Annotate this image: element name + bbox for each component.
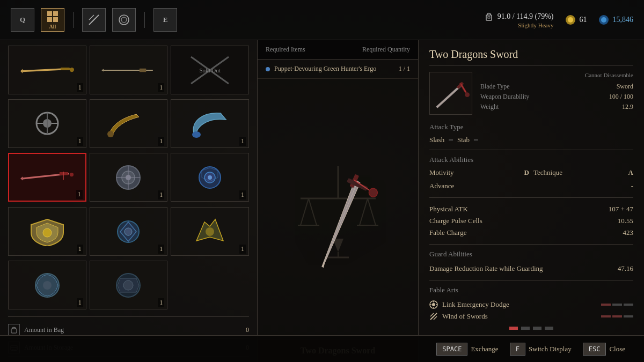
switch-display-label: Switch Display <box>529 345 572 353</box>
nav-shield-button[interactable] <box>112 8 136 32</box>
attack-slash: Slash <box>429 136 444 144</box>
inventory-panel: 1 1 <box>0 40 258 362</box>
fable-art-2-name: Wind of Swords <box>442 312 597 321</box>
list-item[interactable]: 1 <box>171 153 249 202</box>
list-item[interactable]: 1 <box>90 46 168 94</box>
svg-line-5 <box>89 15 94 20</box>
required-items-label: Required Items <box>266 46 338 54</box>
list-item[interactable]: Sold Out <box>171 46 249 94</box>
bag-label: Amount in Bag <box>24 326 64 334</box>
svg-rect-0 <box>47 11 52 16</box>
svg-rect-31 <box>60 172 68 175</box>
space-key[interactable]: SPACE <box>436 343 467 356</box>
advance-row: Advance - <box>429 180 633 192</box>
physical-atk-value: 107 + 47 <box>609 205 633 213</box>
damage-reduction-row: Damage Reduction Rate while Guarding 47.… <box>429 263 633 275</box>
required-item-name: Puppet-Devouring Green Hunter's Ergo <box>274 65 394 73</box>
weapon-thumb-icon <box>432 75 470 112</box>
list-item[interactable]: 1 <box>90 207 168 256</box>
item-visual <box>92 156 165 199</box>
stats-panel: Two Dragons Sword Cannot Disassemble <box>419 40 644 362</box>
bag-icon <box>8 324 20 336</box>
divider2 <box>429 197 633 198</box>
weapon-icon <box>109 217 147 246</box>
sword-icon <box>87 13 100 26</box>
svg-point-42 <box>43 228 52 237</box>
list-item[interactable]: 1 <box>171 99 249 148</box>
item-visual <box>11 156 83 198</box>
nav-q-button[interactable]: Q <box>11 8 34 32</box>
exchange-label: Exchange <box>471 345 498 353</box>
svg-rect-3 <box>53 17 58 22</box>
attack-type-label: Attack Type <box>429 123 633 131</box>
item-visual <box>11 102 84 145</box>
nav-sword-button[interactable] <box>82 8 106 32</box>
f-key[interactable]: F <box>510 343 525 356</box>
weight-row: Weight 12.9 <box>480 102 633 112</box>
technique-label: Technique <box>533 168 624 177</box>
svg-rect-16 <box>61 68 70 70</box>
svg-point-17 <box>69 68 74 72</box>
weapon-stats-title: Two Dragons Sword <box>429 48 633 65</box>
nav-e-button[interactable]: E <box>153 8 177 32</box>
svg-rect-50 <box>11 329 17 333</box>
divider1 <box>429 150 633 150</box>
svg-point-41 <box>208 175 212 180</box>
fable-pip <box>612 315 622 317</box>
item-visual <box>92 102 165 145</box>
item-visual <box>11 210 84 253</box>
required-header: Required Items Required Quantity <box>258 40 418 60</box>
top-bar: Q All E <box>0 0 644 40</box>
fable-pip <box>624 315 633 317</box>
svg-line-87 <box>434 316 437 320</box>
weapon-icon <box>101 62 155 78</box>
fable-art-gear-icon <box>429 300 438 309</box>
inventory-grid: 1 1 <box>8 46 249 311</box>
item-visual <box>173 102 246 145</box>
list-item[interactable]: 1 <box>90 153 168 202</box>
esc-key[interactable]: ESC <box>583 343 606 356</box>
nav-divider <box>73 12 74 28</box>
svg-point-28 <box>192 131 201 138</box>
list-item[interactable]: 1 <box>8 99 86 148</box>
weapon-icon <box>109 162 147 192</box>
weapon-thumbnail <box>429 72 472 115</box>
weapon-icon <box>28 217 66 246</box>
charge-cells-label: Charge Pulse Cells <box>429 217 482 225</box>
svg-marker-15 <box>20 69 23 73</box>
list-item[interactable]: 1 <box>90 99 168 148</box>
weapon-icon <box>191 162 229 192</box>
physical-atk-label: Physical ATK <box>429 205 468 213</box>
weight-stat: 91.0 / 114.9 (79%) Slightly Heavy <box>484 11 554 28</box>
action-bar: SPACE Exchange F Switch Display ESC Clos… <box>0 335 644 362</box>
charge-dot <box>533 327 541 330</box>
list-item[interactable]: 1 <box>8 261 86 309</box>
nav-icons: Q All E <box>11 8 177 32</box>
nav-divider2 <box>144 12 145 28</box>
currency-value: 15,846 <box>613 16 634 24</box>
attack-stab: Stab <box>457 136 470 144</box>
disassemble-status: Cannot Disassemble <box>480 72 633 78</box>
durability-value: 100 / 100 <box>609 93 633 101</box>
weapon-icon <box>191 217 229 246</box>
fable-pip <box>612 304 622 306</box>
top-right-stats: 91.0 / 114.9 (79%) Slightly Heavy 61 15,… <box>484 11 633 28</box>
svg-line-85 <box>430 313 437 320</box>
svg-point-49 <box>123 280 133 290</box>
svg-point-33 <box>70 173 74 176</box>
list-item[interactable]: 1 <box>8 153 86 202</box>
attack-abilities-section: Attack Abilities Motivity D Technique A … <box>429 156 633 192</box>
main-content: 1 1 <box>0 40 644 362</box>
damage-reduction-label: Damage Reduction Rate while Guarding <box>429 264 543 273</box>
nav-all-button[interactable]: All <box>41 8 64 32</box>
list-item[interactable]: 1 <box>171 207 249 256</box>
fable-charge-value: 423 <box>623 228 634 237</box>
grid-icon <box>47 11 58 23</box>
technique-grade: A <box>628 168 633 177</box>
physical-atk-row: Physical ATK 107 + 47 <box>429 203 633 215</box>
currency-icon <box>598 14 610 26</box>
list-item[interactable]: 1 <box>90 261 168 309</box>
list-item[interactable]: 1 <box>8 207 86 256</box>
list-item[interactable]: 1 <box>8 46 86 94</box>
divider3 <box>429 244 633 245</box>
